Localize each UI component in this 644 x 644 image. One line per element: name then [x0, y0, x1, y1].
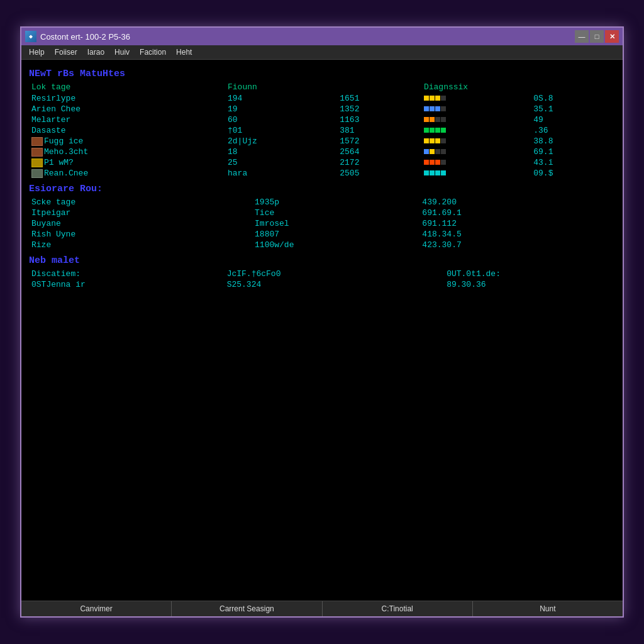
bar-segment [424, 160, 429, 165]
bar-segment [435, 96, 440, 101]
row-name: Rize [29, 240, 252, 250]
row-val2: 1163 [337, 114, 421, 125]
bar-segment [435, 160, 440, 165]
menu-item-foiiser[interactable]: Foiiser [50, 47, 82, 58]
table-row: 0STJenna irS25.32489.30.36 [29, 279, 615, 290]
row-val3: .36 [531, 125, 615, 136]
close-button[interactable]: ✕ [605, 30, 619, 43]
row-val1: Tice [252, 208, 419, 218]
row-val1: 19 [225, 104, 337, 114]
table-row: Meho.3cht18256469.1 [29, 147, 615, 157]
bar-segment [441, 160, 446, 165]
table-row: Rish Uyne18807418.34.5 [29, 229, 615, 240]
row-val1: 1935p [252, 197, 419, 208]
progress-bar [424, 96, 446, 101]
title-bar-left: ◆ Costont ert- 100-2 P5-36 [25, 31, 130, 42]
row-val2: 1572 [337, 136, 421, 147]
row-name: 0STJenna ir [29, 279, 225, 290]
maximize-button[interactable]: □ [590, 30, 604, 43]
row-name: Arien Chee [29, 104, 225, 114]
menu-item-heht[interactable]: Heht [171, 47, 197, 58]
row-val2: 381 [337, 125, 421, 136]
main-window: ◆ Costont ert- 100-2 P5-36 — □ ✕ HelpFoi… [20, 26, 624, 618]
row-val1: 2d|Ujz [225, 136, 337, 147]
row-val2: 691.112 [419, 218, 615, 229]
status-button-nunt[interactable]: Nunt [473, 601, 623, 616]
bar-segment [430, 170, 435, 175]
table-row: BuyaneImrosel691.112 [29, 218, 615, 229]
progress-bar [424, 128, 446, 133]
main-content: NEwT rBs MatuHtes Lok tage Fiounn Diagns… [21, 60, 623, 601]
status-button-carrent-seasign[interactable]: Carrent Seasign [172, 601, 322, 616]
row-val2: 691.69.1 [419, 208, 615, 218]
bar-segment [435, 128, 440, 133]
menu-bar: HelpFoiiserIaraoHuivFacitionHeht [21, 45, 623, 60]
row-val1: †01 [225, 125, 337, 136]
window-title: Costont ert- 100-2 P5-36 [40, 32, 130, 42]
row-val1: 25 [225, 157, 337, 168]
menu-item-huiv[interactable]: Huiv [109, 47, 135, 58]
row-name: Dasaste [29, 125, 225, 136]
bar-segment [430, 117, 435, 122]
row-name: Resirlype [29, 93, 225, 104]
status-bar: CanvimerCarrent SeasignC:TinotialNunt [21, 601, 623, 616]
menu-item-facition[interactable]: Facition [135, 47, 171, 58]
bar-segment [424, 170, 429, 175]
row-val1: 18807 [252, 229, 419, 240]
bar-segment [424, 128, 429, 133]
row-bar-cell [421, 147, 531, 157]
col-header-diag: Diagnssix [421, 82, 531, 93]
col-header-val2 [337, 82, 421, 93]
bar-segment [435, 117, 440, 122]
bar-segment [430, 96, 435, 101]
row-name: Melarter [29, 114, 225, 125]
table-row: Fugg ice2d|Ujz157238.8 [29, 136, 615, 147]
app-icon: ◆ [25, 31, 36, 42]
row-val1: hara [225, 168, 337, 179]
bar-segment [430, 128, 435, 133]
row-val2: 0UT.0t1.de: [444, 269, 615, 279]
row-val1: S25.324 [225, 279, 445, 290]
row-val3: 43.î [531, 157, 615, 168]
row-val3: 49 [531, 114, 615, 125]
section2-header: Esiorare Rou: [29, 184, 615, 194]
row-icon [31, 169, 43, 178]
table-row: Rean.Cneehara250509.$ [29, 168, 615, 179]
row-bar-cell [421, 136, 531, 147]
section3-header: Neb malet [29, 255, 615, 266]
bar-segment [430, 160, 435, 165]
row-val2: 89.30.36 [444, 279, 615, 290]
status-button-c:tinotial[interactable]: C:Tinotial [323, 601, 473, 616]
row-name: Rean.Cnee [29, 168, 225, 179]
row-val1: 1100w/de [252, 240, 419, 250]
bar-segment [424, 117, 429, 122]
table-row: Discatiem:JcIF.†6cFo00UT.0t1.de: [29, 269, 615, 279]
row-bar-cell [421, 114, 531, 125]
table-row: Arien Chee19135235.1 [29, 104, 615, 114]
progress-bar [424, 170, 446, 175]
bar-segment [424, 138, 429, 143]
row-icon [31, 148, 43, 157]
row-val3: 69.1 [531, 147, 615, 157]
row-val2: 2564 [337, 147, 421, 157]
row-val1: 194 [225, 93, 337, 104]
row-icon [31, 137, 43, 146]
bar-segment [435, 149, 440, 154]
bar-segment [441, 117, 446, 122]
menu-item-help[interactable]: Help [24, 47, 50, 58]
row-name: Discatiem: [29, 269, 225, 279]
menu-item-iarao[interactable]: Iarao [82, 47, 109, 58]
row-val2: 418.34.5 [419, 229, 615, 240]
bar-segment [435, 106, 440, 111]
bar-segment [441, 170, 446, 175]
row-val1: 18 [225, 147, 337, 157]
minimize-button[interactable]: — [575, 30, 589, 43]
row-name: Scke tage [29, 197, 252, 208]
title-bar: ◆ Costont ert- 100-2 P5-36 — □ ✕ [21, 28, 623, 45]
progress-bar [424, 106, 446, 111]
bar-segment [424, 106, 429, 111]
status-button-canvimer[interactable]: Canvimer [21, 601, 172, 616]
row-val2: 1352 [337, 104, 421, 114]
bar-segment [435, 170, 440, 175]
bar-segment [441, 149, 446, 154]
